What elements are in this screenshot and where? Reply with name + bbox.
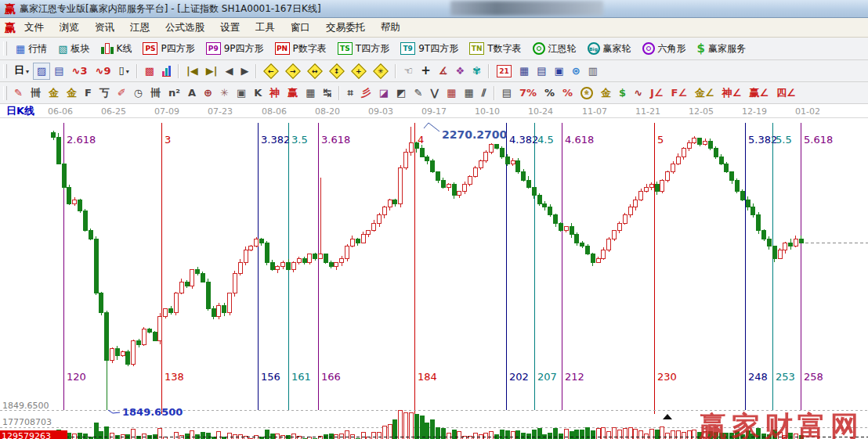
t9-square-button[interactable]: T99T四方形 xyxy=(395,40,464,57)
menu-item-formula-stock-picking[interactable]: 公式选股 xyxy=(158,20,212,36)
si-angle-button[interactable]: 四∠ xyxy=(772,85,800,102)
time-clock-button[interactable]: ◷ xyxy=(130,85,146,102)
crosshair-tool-button[interactable]: + xyxy=(417,63,435,80)
winner-wheel-button[interactable]: Big赢家轮 xyxy=(582,40,637,57)
grid-red-button[interactable]: ▦ xyxy=(443,85,460,102)
hexagon-button[interactable]: 六角形 xyxy=(637,40,692,57)
ying-tool-button[interactable]: 赢 xyxy=(284,85,302,102)
save-button[interactable]: ▣ xyxy=(551,63,568,80)
dollar-brush-button[interactable]: $ xyxy=(615,85,630,102)
angle-a-button[interactable]: A xyxy=(184,85,200,102)
nav-next-button[interactable]: ▶ xyxy=(237,63,252,80)
fence-2-button[interactable]: 卌 xyxy=(146,85,165,102)
nav-first-button[interactable]: |◀ xyxy=(183,63,202,80)
j-angle-icon: J∠ xyxy=(650,88,664,98)
angle-measure-button[interactable]: ∡ xyxy=(435,63,452,80)
network-button[interactable]: ⊛ xyxy=(568,63,584,80)
fan-lines-button[interactable]: 彡 xyxy=(357,85,375,102)
parallel-lines-button[interactable]: ⫽ xyxy=(478,85,490,102)
pan-right-button[interactable]: → xyxy=(282,63,304,80)
menu-item-file[interactable]: 文件 xyxy=(17,20,51,36)
shen-angle-button[interactable]: 神∠ xyxy=(718,85,746,102)
ruler-grid-button[interactable]: ▦ xyxy=(302,85,319,102)
gann-wheel-small-button[interactable]: ✳ xyxy=(216,85,233,102)
gann-wheel-button[interactable]: 江恩轮 xyxy=(527,40,582,57)
menu-item-browse[interactable]: 浏览 xyxy=(52,20,86,36)
market-quotes-button[interactable]: ▦行情 xyxy=(10,40,52,57)
remote-pc-button[interactable]: ▥ xyxy=(584,63,602,80)
span-measure-button[interactable]: ↹ xyxy=(320,85,336,102)
t-square-button[interactable]: TST四方形 xyxy=(332,40,395,57)
menu-item-news[interactable]: 资讯 xyxy=(88,20,121,36)
p-square-button[interactable]: PSP四方形 xyxy=(137,40,200,57)
gann-box-button[interactable]: ⌗ xyxy=(343,85,356,102)
percent-line-button[interactable]: % xyxy=(559,85,577,102)
sectors-button[interactable]: ▧板块 xyxy=(52,40,95,57)
info-panel-button[interactable]: ▤ xyxy=(50,63,67,80)
wave-3-button[interactable]: ∿3 xyxy=(68,63,92,80)
flower-tool-button[interactable]: ❖ xyxy=(451,63,468,80)
gold-line-button[interactable]: 金 xyxy=(597,85,615,102)
hand-tool-button[interactable]: ☜ xyxy=(400,63,417,80)
winner-service-button[interactable]: $赢家服务 xyxy=(692,40,751,57)
period-daily-button[interactable]: 日▾ xyxy=(10,63,33,80)
chart-area[interactable]: 06-0606-2507-0907-2308-0608-2009-0309-17… xyxy=(0,104,868,439)
pattern-view-button[interactable]: ▨ xyxy=(33,63,50,80)
zigzag-lines-button[interactable]: ⋁ xyxy=(426,85,443,102)
menu-item-trade-order[interactable]: 交易委托 xyxy=(319,20,372,36)
color-histogram-button[interactable] xyxy=(158,63,175,80)
zoom-all-button[interactable]: + xyxy=(348,63,370,80)
gann-compass-button[interactable]: ⊕ xyxy=(200,85,216,102)
pencil-angle-button[interactable]: ✎ xyxy=(410,85,426,102)
square-wheel-button[interactable]: ▣ xyxy=(233,85,250,102)
menu-item-gann[interactable]: 江恩 xyxy=(123,20,157,36)
wave-a-button[interactable]: ∿ xyxy=(630,85,646,102)
p9-square-button[interactable]: P99P四方形 xyxy=(201,40,269,57)
t-number-table-button[interactable]: TNT数字表 xyxy=(464,40,526,57)
gold-fence-1-button[interactable]: 金 xyxy=(45,85,63,102)
menu-item-settings[interactable]: 设置 xyxy=(213,20,247,36)
gold-angle-button[interactable]: 金∠ xyxy=(691,85,718,102)
menu-item-help[interactable]: 帮助 xyxy=(374,20,407,36)
ying-angle-button[interactable]: 赢∠ xyxy=(745,85,772,102)
pan-left-button[interactable]: ← xyxy=(260,63,282,80)
fan-box-purple-button[interactable]: ◪ xyxy=(375,85,392,102)
zoom-reset-button[interactable]: ✳ xyxy=(370,63,392,80)
menu-item-tools[interactable]: 工具 xyxy=(248,20,282,36)
grid-dark-button[interactable]: ▦ xyxy=(461,85,478,102)
gold-circle-button[interactable]: 金 xyxy=(577,85,597,102)
kline-button[interactable]: K线 xyxy=(96,40,138,57)
f-fence-button[interactable]: F xyxy=(81,85,96,102)
brush-button[interactable]: ✎ xyxy=(10,85,27,102)
gold-fence-2-button[interactable]: 金 xyxy=(63,85,81,102)
candle-style-button[interactable]: ▯▾ xyxy=(115,63,133,80)
f-angle-button[interactable]: F∠ xyxy=(667,85,692,102)
time-fence-button[interactable]: 卌 xyxy=(27,85,45,102)
hexagon-icon xyxy=(642,42,655,55)
toolbar-grip xyxy=(3,41,7,56)
percent-button[interactable]: % xyxy=(541,85,559,102)
hook-fence-button[interactable]: 丂 xyxy=(96,85,114,102)
zoom-horizontal-button[interactable]: ↔ xyxy=(304,63,326,80)
brush-2-button[interactable]: ✐ xyxy=(114,85,130,102)
notebook-button[interactable]: ▤ xyxy=(533,63,550,80)
calculator-button[interactable]: ▦ xyxy=(515,63,533,80)
percent-7-button[interactable]: 7% xyxy=(515,85,541,102)
cloud-tool-button[interactable]: ✾ xyxy=(468,63,485,80)
p-number-table-button[interactable]: PNP数字表 xyxy=(269,40,332,57)
calendar-button[interactable]: 21 xyxy=(493,63,515,80)
j-angle-button[interactable]: J∠ xyxy=(646,85,667,102)
wave-9-button[interactable]: ∿9 xyxy=(92,63,115,80)
gann-grid-red-button[interactable]: ▩ xyxy=(141,63,158,80)
kline-chart-svg[interactable]: 06-0606-2507-0907-2308-0608-2009-0309-17… xyxy=(0,104,868,439)
k-mark-button[interactable]: K xyxy=(250,85,266,102)
fan-box-dark-button[interactable]: ◩ xyxy=(392,85,410,102)
shen-tool-button[interactable]: 神 xyxy=(266,85,284,102)
zoom-vertical-button[interactable]: ↕ xyxy=(326,63,348,80)
nav-prev-button[interactable]: ◀ xyxy=(221,63,237,80)
price-scale-button[interactable]: ▤ xyxy=(498,85,515,102)
nav-last-button[interactable]: ▶| xyxy=(202,63,222,80)
kline-icon xyxy=(101,43,114,54)
menu-item-window[interactable]: 窗口 xyxy=(284,20,317,36)
n-squared-button[interactable]: n² xyxy=(165,85,184,102)
